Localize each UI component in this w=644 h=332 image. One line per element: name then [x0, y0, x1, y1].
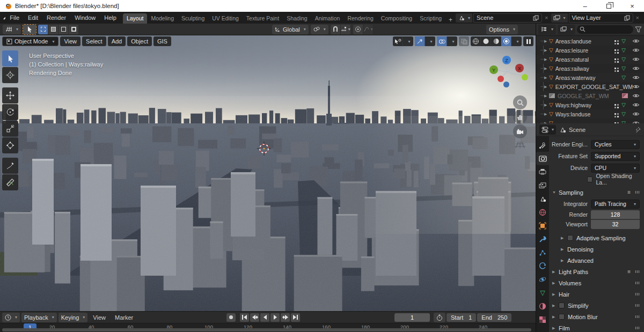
pan-button[interactable]: [513, 110, 527, 124]
outliner-row[interactable]: ▶▽ Areas:leisure ▽: [536, 46, 644, 55]
unlink-scene-icon[interactable]: ×: [543, 14, 550, 21]
tab-tool[interactable]: [536, 138, 549, 152]
expand-icon[interactable]: ▶: [544, 67, 549, 71]
shading-solid[interactable]: [481, 36, 491, 46]
tab-scene[interactable]: [536, 192, 549, 205]
options-button[interactable]: Options▾: [486, 25, 518, 34]
zoom-button[interactable]: [513, 95, 527, 109]
transform-tool[interactable]: [2, 137, 18, 153]
tab-view-layer[interactable]: [536, 179, 549, 192]
scale-tool[interactable]: [2, 121, 18, 137]
mode-selector[interactable]: Object Mode▾: [2, 36, 58, 46]
adaptive-sampling-header[interactable]: ▶ Adaptive Sampling: [549, 232, 644, 244]
menu-object[interactable]: Object: [127, 36, 152, 46]
timeline-editor-type-button[interactable]: ▾: [2, 313, 20, 322]
tab-material[interactable]: [536, 299, 549, 313]
jump-to-end-button[interactable]: [291, 313, 300, 322]
shading-dropdown[interactable]: ▾: [511, 36, 522, 46]
transform-orientation-button[interactable]: Global▾: [272, 25, 309, 34]
tab-render[interactable]: [536, 152, 549, 165]
outliner-row[interactable]: ▶▽ Areas:landuse ▽: [536, 36, 644, 46]
pin-icon[interactable]: [634, 127, 641, 133]
scene-name-field[interactable]: Scene: [473, 13, 542, 23]
pause-render-button[interactable]: [523, 36, 533, 46]
select-mode-set[interactable]: [38, 25, 48, 34]
restore-button[interactable]: [597, 0, 620, 12]
tab-object[interactable]: [536, 219, 549, 232]
open-shading-checkbox[interactable]: [587, 176, 592, 182]
render-engine-dropdown[interactable]: Cycles▾: [591, 140, 640, 149]
expand-icon[interactable]: ▶: [544, 103, 549, 107]
expand-icon[interactable]: ▶: [544, 39, 549, 43]
motion-blur-header[interactable]: ▶ Motion Blur: [549, 311, 644, 322]
outliner-row[interactable]: ▶ GOOGLE_SAT_WM: [536, 91, 644, 100]
menu-view[interactable]: View: [60, 36, 80, 46]
tab-texture-paint[interactable]: Texture Paint: [243, 13, 283, 24]
viewport-3d[interactable]: Object Mode▾ View Select Add Object GIS …: [0, 35, 536, 311]
timeline-scrollbar[interactable]: [2, 328, 531, 331]
device-dropdown[interactable]: CPU▾: [591, 164, 640, 173]
timeline-marker-menu[interactable]: Marker: [111, 314, 137, 321]
camera-view-button[interactable]: [513, 124, 527, 138]
menu-gis[interactable]: GIS: [153, 36, 171, 46]
snap-toggle[interactable]: [331, 25, 341, 34]
menu-add[interactable]: Add: [108, 36, 126, 46]
tab-animation[interactable]: Animation: [311, 13, 344, 24]
keying-menu[interactable]: Keying▾: [58, 313, 88, 322]
menu-help[interactable]: Help: [100, 14, 121, 21]
shading-wireframe[interactable]: [471, 36, 481, 46]
move-tool[interactable]: [2, 87, 18, 104]
feature-set-dropdown[interactable]: Supported▾: [591, 152, 640, 161]
visibility-dropdown[interactable]: ▾: [393, 36, 413, 46]
outliner-editor-type-button[interactable]: ▾: [538, 25, 556, 34]
film-header[interactable]: ▶ Film: [549, 322, 644, 332]
tab-texture[interactable]: [536, 313, 549, 326]
record-button[interactable]: [226, 313, 236, 322]
integrator-dropdown[interactable]: Path Tracing▾: [591, 200, 640, 209]
tab-uv-editing[interactable]: UV Editing: [208, 13, 243, 24]
copy-icon[interactable]: [533, 15, 539, 21]
prev-keyframe-button[interactable]: [250, 313, 259, 322]
select-box-tool[interactable]: [2, 50, 18, 67]
timeline-ruler[interactable]: 1 20 40 60 80 100 120 140 160 180 200 22…: [0, 323, 536, 332]
eye-icon[interactable]: [632, 75, 640, 80]
expand-icon[interactable]: ▶: [544, 85, 549, 89]
menu-file[interactable]: File: [5, 14, 24, 21]
tab-layout[interactable]: Layout: [123, 13, 148, 24]
cursor-tool[interactable]: [2, 67, 18, 83]
volumes-header[interactable]: ▶ Volumes: [549, 277, 644, 289]
timeline-view-menu[interactable]: View: [89, 314, 109, 321]
shading-rendered[interactable]: [501, 36, 511, 46]
render-samples-field[interactable]: 128: [591, 210, 640, 219]
properties-editor-type-button[interactable]: ▾: [539, 125, 556, 135]
menu-edit[interactable]: Edit: [24, 14, 42, 21]
tab-modifiers[interactable]: [536, 232, 549, 246]
annotate-tool[interactable]: [2, 158, 18, 174]
minimize-button[interactable]: –: [573, 0, 597, 12]
tab-modeling[interactable]: Modeling: [147, 13, 178, 24]
tab-output[interactable]: [536, 165, 549, 179]
viewlayer-name-field[interactable]: View Layer: [569, 13, 633, 23]
viewlayer-selector-icon[interactable]: ▾: [551, 13, 568, 23]
outliner-row[interactable]: ▶▽ EXPORT_GOOGLE_SAT_WM: [536, 82, 644, 91]
expand-icon[interactable]: ▶: [544, 48, 549, 53]
end-frame-field[interactable]: End250: [477, 313, 511, 322]
outliner-row[interactable]: ▶▽ Ways:highway ▽: [536, 100, 644, 109]
current-frame-field[interactable]: 1: [394, 313, 430, 322]
use-preview-range-button[interactable]: [434, 313, 445, 322]
close-button[interactable]: ×: [620, 0, 644, 12]
outliner-row[interactable]: ▶▽ Areas:railway ▽: [536, 64, 644, 73]
tab-compositing[interactable]: Compositing: [377, 13, 416, 24]
outliner-search-input[interactable]: [577, 25, 633, 34]
eye-icon[interactable]: [632, 112, 640, 116]
expand-icon[interactable]: ▶: [544, 76, 549, 80]
filter-icon[interactable]: [635, 26, 642, 33]
eye-icon[interactable]: [632, 39, 640, 43]
light-paths-header[interactable]: ▶ Light Paths ≡: [549, 266, 644, 277]
xray-toggle[interactable]: [459, 36, 469, 46]
viewport-samples-field[interactable]: 32: [591, 220, 640, 229]
play-button[interactable]: [270, 313, 280, 322]
menu-select[interactable]: Select: [82, 36, 106, 46]
expand-icon[interactable]: ▶: [544, 57, 549, 62]
copy-icon[interactable]: [624, 15, 630, 21]
